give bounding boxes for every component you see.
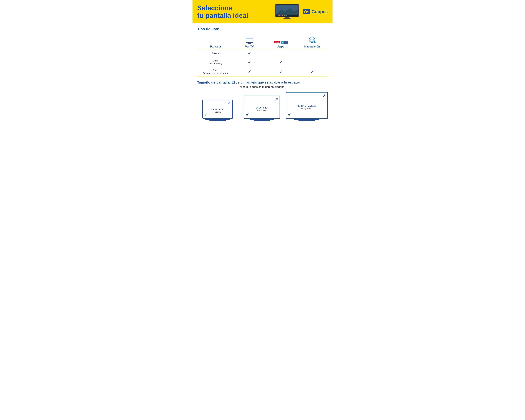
size-label-container-medium: De 26" a 40" Recámara (256, 106, 268, 112)
table-row: Smart(con internet) ✓ ✓ (197, 57, 328, 67)
svg-rect-14 (308, 12, 308, 12)
tv-sizes-row: ↗ ↗ De 19" a 23" Cocina ↗ ↗ De 26" a 40" (197, 92, 328, 121)
apps-icons-row: NETFLIX 𝕏 f (274, 41, 288, 44)
globe-icon (308, 36, 316, 44)
tv-stand-base-large (299, 120, 315, 121)
arrow-ne-large: ↗ (322, 94, 326, 98)
comparison-table: Pantalla Ver TV (197, 34, 328, 77)
table-row: Smart(internet con navegador ) ✓ ✓ ✓ (197, 67, 328, 76)
pantalla-smart-internet: Smart(con internet) (197, 57, 234, 67)
size-label-container-large: De 40" en adelante Sala y estudio (298, 105, 316, 110)
svg-rect-11 (283, 18, 291, 19)
pantalla-basica: Básica (197, 49, 234, 57)
arrow-sw-small: ↗ (205, 113, 207, 116)
svg-rect-9 (282, 15, 283, 16)
tv-outline-icon (245, 37, 253, 44)
arrow-sw-medium: ↗ (246, 113, 249, 116)
size-room-large: Sala y estudio (298, 107, 316, 110)
nav-icon-group: Navegación (299, 36, 326, 48)
tv-graphic: 4:05 PM (274, 3, 300, 20)
facebook-icon: f (284, 41, 288, 44)
title-line1: Selecciona (197, 4, 233, 12)
tv-size-large: ↗ ↗ De 40" en adelante Sala y estudio (286, 92, 328, 121)
smart-nav-vertv: ✓ (234, 67, 265, 76)
ver-tv-icon-group: Ver TV (236, 37, 263, 48)
tv-size-small: ↗ ↗ De 19" a 23" Cocina (197, 100, 238, 121)
size-range-medium: De 26" a 40" (256, 106, 268, 109)
gold-divider-bottom (197, 76, 328, 77)
svg-rect-16 (246, 38, 253, 43)
svg-rect-6 (278, 15, 279, 16)
svg-rect-7 (279, 15, 280, 16)
table-row: Básica ✓ (197, 49, 328, 57)
basica-vertv: ✓ (234, 49, 265, 57)
col-pantalla-header: Pantalla (197, 34, 234, 49)
smart-nav-apps: ✓ (265, 67, 296, 76)
check-icon: ✓ (248, 51, 251, 56)
pantalla-smart-navegador: Smart(internet con navegador ) (197, 67, 234, 76)
tv-stand-large (294, 119, 319, 120)
title-line2: tu pantalla ideal (197, 11, 248, 19)
header-section: Selecciona tu pantalla ideal 4:05 PM (193, 0, 332, 23)
arrow-ne-small: ↗ (228, 101, 231, 104)
col-apps-header: NETFLIX 𝕏 f Apps (265, 34, 296, 49)
check-icon: ✓ (310, 70, 314, 74)
header-title: Selecciona tu pantalla ideal (197, 4, 272, 19)
smart-internet-apps: ✓ (265, 57, 296, 67)
coppel-logo: Coppel. (302, 9, 328, 14)
tamano-subtitle: *Las pulgadas se miden en diagonal (197, 85, 328, 89)
twitter-icon: 𝕏 (281, 41, 284, 44)
col-vertv-header: Ver TV (234, 34, 265, 49)
check-icon: ✓ (279, 60, 282, 65)
tv-box-small: ↗ ↗ De 19" a 23" Cocina (202, 100, 233, 119)
tamano-title-row: Tamaño de pantalla: Elige un tamaño que … (197, 80, 328, 84)
apps-label: Apps (277, 45, 284, 48)
navegacion-label: Navegación (304, 45, 320, 48)
netflix-icon: NETFLIX (274, 41, 280, 43)
coppel-wordmark: Coppel. (312, 9, 328, 14)
main-content: Tipo de uso: Pantalla (193, 23, 332, 128)
coppel-key-icon (303, 9, 310, 14)
pantalla-label: Pantalla (199, 45, 232, 48)
svg-rect-13 (306, 11, 309, 12)
size-range-large: De 40" en adelante (298, 105, 316, 107)
tipo-uso-title: Tipo de uso: (197, 27, 328, 31)
basica-nav (296, 49, 328, 57)
svg-rect-15 (307, 12, 308, 12)
size-room-small: Cocina (211, 111, 224, 113)
check-icon: ✓ (279, 70, 282, 74)
table-header-row: Pantalla Ver TV (197, 34, 328, 49)
check-icon: ✓ (248, 60, 251, 65)
tv-box-large: ↗ ↗ De 40" en adelante Sala y estudio (286, 92, 328, 119)
smart-nav-nav: ✓ (296, 67, 328, 76)
tv-box-medium: ↗ ↗ De 26" a 40" Recámara (244, 95, 280, 119)
tv-stand-base-medium (254, 120, 270, 121)
arrow-sw-large: ↗ (288, 113, 291, 116)
tv-size-medium: ↗ ↗ De 26" a 40" Recámara (242, 95, 282, 121)
basica-apps (265, 49, 296, 57)
tamano-section: Tamaño de pantalla: Elige un tamaño que … (197, 80, 328, 124)
tamano-title: Tamaño de pantalla: Elige un tamaño que … (197, 80, 300, 84)
tamano-rest: Elige un tamaño que se adapte a tu espac… (231, 80, 300, 84)
size-label-container-small: De 19" a 23" Cocina (211, 108, 224, 113)
tv-stand-small (205, 119, 230, 120)
header-tv-illustration: 4:05 PM (272, 3, 302, 20)
check-icon: ✓ (248, 70, 251, 74)
size-room-medium: Recámara (256, 109, 268, 112)
apps-icon-group: NETFLIX 𝕏 f Apps (267, 41, 294, 48)
svg-rect-10 (285, 17, 289, 18)
smart-internet-vertv: ✓ (234, 57, 265, 67)
tv-stand-medium (250, 119, 274, 120)
tamano-bold: Tamaño de pantalla: (197, 80, 231, 84)
svg-rect-8 (281, 15, 281, 16)
tv-stand-base-small (209, 120, 226, 121)
smart-internet-nav (296, 57, 328, 67)
arrow-ne-medium: ↗ (274, 97, 278, 101)
col-nav-header: Navegación (296, 34, 328, 49)
svg-text:4:05 PM: 4:05 PM (284, 15, 287, 16)
size-range-small: De 19" a 23" (211, 108, 224, 111)
tipo-de-uso-section: Tipo de uso: Pantalla (197, 27, 328, 77)
ver-tv-label: Ver TV (245, 45, 254, 48)
